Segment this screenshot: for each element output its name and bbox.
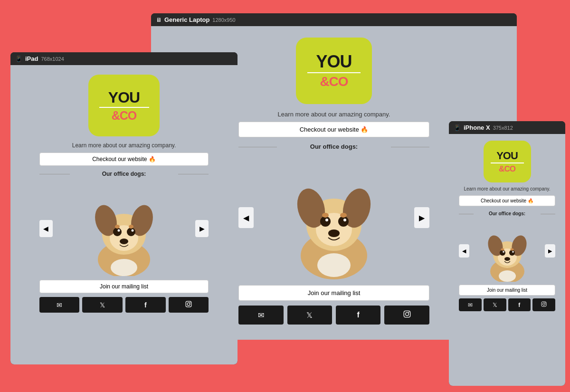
laptop-social-bar: ✉ 𝕏 f bbox=[238, 306, 429, 325]
svg-point-12 bbox=[317, 253, 351, 277]
iphone-email-icon: ✉ bbox=[468, 302, 473, 308]
ipad-facebook-icon: f bbox=[144, 301, 147, 309]
iphone-mailing-btn[interactable]: Join our mailing list bbox=[459, 285, 555, 296]
svg-point-31 bbox=[190, 302, 190, 303]
ipad-email-icon: ✉ bbox=[57, 301, 62, 309]
ipad-dimensions: 768x1024 bbox=[41, 56, 64, 62]
svg-point-21 bbox=[113, 228, 122, 236]
ipad-dog-svg bbox=[76, 181, 171, 276]
ipad-twitter-icon: 𝕏 bbox=[100, 301, 105, 309]
ipad-logo: YOU &CO bbox=[88, 75, 160, 136]
ipad-checkout-btn[interactable]: Checkout our website 🔥 bbox=[39, 153, 209, 166]
ipad-mailing-btn[interactable]: Join our mailing list bbox=[39, 280, 209, 293]
svg-point-30 bbox=[187, 303, 190, 306]
laptop-mailing-btn[interactable]: Join our mailing list bbox=[238, 285, 429, 301]
ipad-tagline: Learn more about our amazing company. bbox=[72, 142, 176, 149]
iphone-dog-svg bbox=[476, 220, 538, 282]
laptop-dogs-title: Our office dogs: bbox=[238, 143, 429, 150]
iphone-logo-you: YOU bbox=[496, 151, 518, 161]
iphone-logo-line bbox=[491, 163, 524, 163]
iphone-dog-image bbox=[476, 220, 538, 282]
svg-point-6 bbox=[325, 219, 328, 221]
laptop-tagline: Learn more about our amazing company. bbox=[278, 111, 390, 118]
iphone-checkout-btn[interactable]: Checkout our website 🔥 bbox=[459, 195, 555, 206]
ipad-monitor-icon: 📱 bbox=[15, 56, 22, 62]
laptop-email-btn[interactable]: ✉ bbox=[238, 306, 283, 325]
ipad-twitter-btn[interactable]: 𝕏 bbox=[82, 297, 123, 313]
svg-point-11 bbox=[340, 213, 347, 218]
svg-point-14 bbox=[405, 313, 408, 316]
twitter-icon: 𝕏 bbox=[306, 311, 313, 320]
ipad-dog-image bbox=[76, 181, 171, 276]
laptop-instagram-btn[interactable] bbox=[384, 306, 429, 325]
laptop-dimensions: 1280x950 bbox=[212, 17, 235, 23]
iphone-logo: YOU &CO bbox=[484, 141, 531, 182]
laptop-dog-svg bbox=[272, 156, 396, 279]
svg-point-41 bbox=[504, 257, 510, 261]
iphone-title: iPhone X bbox=[464, 124, 490, 131]
laptop-titlebar: 🖥 Generic Laptop 1280x950 bbox=[151, 13, 517, 26]
svg-point-28 bbox=[111, 259, 137, 276]
svg-rect-13 bbox=[404, 311, 410, 317]
ipad-email-btn[interactable]: ✉ bbox=[39, 297, 80, 313]
iphone-logo-andco: &CO bbox=[499, 165, 515, 173]
svg-point-39 bbox=[509, 250, 515, 256]
svg-point-47 bbox=[545, 303, 546, 304]
iphone-facebook-icon: f bbox=[518, 302, 520, 308]
logo-line-divider bbox=[307, 72, 361, 73]
iphone-dogs-title: Our office dogs: bbox=[459, 211, 555, 216]
iphone-instagram-btn[interactable] bbox=[532, 298, 555, 311]
iphone-facebook-btn[interactable]: f bbox=[508, 298, 531, 311]
svg-point-8 bbox=[343, 219, 346, 221]
ipad-title: iPad bbox=[25, 55, 38, 62]
laptop-carousel: ◀ bbox=[238, 156, 429, 279]
svg-point-38 bbox=[503, 251, 504, 253]
laptop-dog-image bbox=[272, 156, 396, 279]
svg-point-22 bbox=[117, 229, 120, 232]
iphone-prev-arrow[interactable]: ◀ bbox=[459, 244, 469, 258]
ipad-logo-line bbox=[99, 107, 149, 108]
svg-point-37 bbox=[500, 250, 505, 256]
iphone-titlebar: 📱 iPhone X 375x812 bbox=[449, 121, 565, 134]
ipad-next-arrow[interactable]: ▶ bbox=[195, 220, 209, 237]
ipad-prev-arrow[interactable]: ◀ bbox=[39, 220, 53, 237]
svg-point-24 bbox=[131, 229, 133, 232]
laptop-facebook-btn[interactable]: f bbox=[336, 306, 380, 325]
iphone-app: YOU &CO Learn more about our amazing com… bbox=[449, 134, 565, 386]
ipad-app: YOU &CO Learn more about our amazing com… bbox=[10, 65, 238, 364]
laptop-prev-arrow[interactable]: ◀ bbox=[238, 207, 254, 228]
svg-point-15 bbox=[408, 312, 409, 313]
ipad-instagram-btn[interactable] bbox=[169, 297, 209, 313]
ipad-social-bar: ✉ 𝕏 f bbox=[39, 297, 209, 313]
ipad-facebook-btn[interactable]: f bbox=[125, 297, 166, 313]
iphone-tagline: Learn more about our amazing company. bbox=[464, 186, 550, 191]
svg-point-44 bbox=[499, 270, 516, 282]
ipad-logo-andco: &CO bbox=[112, 110, 137, 122]
svg-point-25 bbox=[120, 239, 128, 244]
email-icon: ✉ bbox=[258, 311, 264, 320]
facebook-icon: f bbox=[357, 311, 360, 319]
svg-point-27 bbox=[129, 225, 133, 229]
svg-rect-45 bbox=[542, 302, 546, 306]
svg-point-9 bbox=[328, 229, 340, 237]
laptop-next-arrow[interactable]: ▶ bbox=[414, 207, 429, 228]
iphone-dimensions: 375x812 bbox=[493, 125, 513, 131]
svg-point-40 bbox=[512, 251, 514, 253]
laptop-twitter-btn[interactable]: 𝕏 bbox=[287, 306, 332, 325]
svg-point-23 bbox=[127, 228, 135, 236]
iphone-twitter-icon: 𝕏 bbox=[493, 302, 497, 308]
iphone-twitter-btn[interactable]: 𝕏 bbox=[484, 298, 506, 311]
iphone-social-bar: ✉ 𝕏 f bbox=[459, 298, 555, 311]
svg-point-10 bbox=[322, 213, 329, 218]
svg-point-5 bbox=[320, 216, 331, 227]
iphone-carousel: ◀ bbox=[459, 220, 555, 282]
logo-andco: &CO bbox=[320, 75, 348, 88]
iphone-email-btn[interactable]: ✉ bbox=[459, 298, 482, 311]
logo-you: YOU bbox=[316, 53, 352, 70]
iphone-next-arrow[interactable]: ▶ bbox=[545, 244, 555, 258]
ipad-dogs-title: Our office dogs: bbox=[39, 171, 209, 177]
laptop-monitor-icon: 🖥 bbox=[156, 17, 162, 23]
laptop-checkout-btn[interactable]: Checkout our website 🔥 bbox=[238, 122, 429, 137]
iphone-instagram-icon bbox=[541, 301, 547, 308]
iphone-screen: YOU &CO Learn more about our amazing com… bbox=[449, 134, 565, 386]
